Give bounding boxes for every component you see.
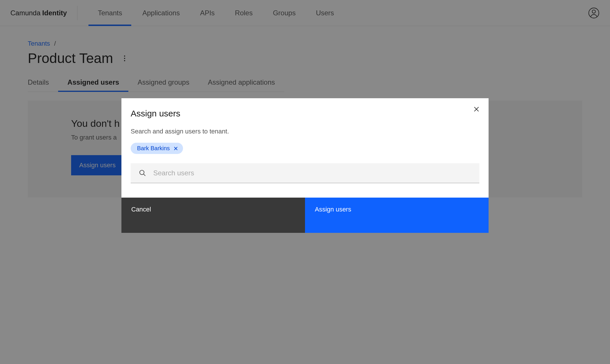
search-users-field[interactable] [131, 163, 479, 183]
remove-chip-icon[interactable] [174, 146, 178, 151]
search-input[interactable] [153, 169, 471, 177]
modal-body: Assign users Search and assign users to … [121, 98, 489, 198]
modal-title: Assign users [131, 109, 479, 118]
user-chip-label: Bark Barkins [137, 145, 170, 152]
user-chip: Bark Barkins [131, 143, 183, 154]
svg-line-7 [143, 174, 145, 176]
search-icon [139, 169, 146, 177]
selected-users-chips: Bark Barkins [131, 143, 479, 154]
modal-footer: Cancel Assign users [121, 198, 489, 233]
close-icon[interactable] [471, 103, 482, 115]
assign-users-modal: Assign users Search and assign users to … [121, 98, 489, 233]
confirm-assign-button[interactable]: Assign users [305, 198, 489, 233]
modal-subtitle: Search and assign users to tenant. [131, 128, 479, 135]
cancel-button[interactable]: Cancel [121, 198, 305, 233]
svg-point-6 [140, 170, 144, 174]
